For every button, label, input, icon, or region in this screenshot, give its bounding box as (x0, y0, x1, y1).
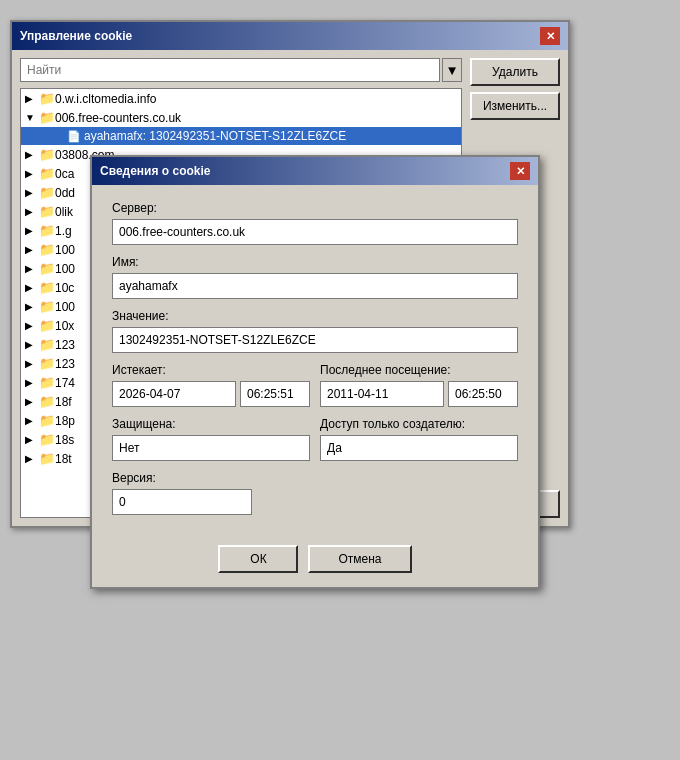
expires-group: Истекает: (112, 363, 310, 407)
last-visit-group: Последнее посещение: (320, 363, 518, 407)
name-input[interactable] (112, 273, 518, 299)
modal-title-bar: Сведения о cookie ✕ (92, 157, 538, 185)
modal-title: Сведения о cookie (100, 164, 211, 178)
cookie-details-dialog: Сведения о cookie ✕ Сервер: Имя: Значени… (90, 155, 540, 589)
last-visit-label: Последнее посещение: (320, 363, 518, 377)
protected-label: Защищена: (112, 417, 310, 431)
protected-group: Защищена: (112, 417, 310, 461)
value-input[interactable] (112, 327, 518, 353)
value-label: Значение: (112, 309, 518, 323)
ok-button[interactable]: ОК (218, 545, 298, 573)
version-label: Версия: (112, 471, 518, 485)
creator-only-input[interactable] (320, 435, 518, 461)
expires-date-input[interactable] (112, 381, 236, 407)
expires-time-input[interactable] (240, 381, 310, 407)
dates-row: Истекает: Последнее посещение: (112, 363, 518, 407)
protected-input[interactable] (112, 435, 310, 461)
modal-body: Сервер: Имя: Значение: Истекает: Последн… (92, 185, 538, 537)
security-row: Защищена: Доступ только создателю: (112, 417, 518, 461)
cancel-button[interactable]: Отмена (308, 545, 411, 573)
modal-footer: ОК Отмена (92, 537, 538, 587)
last-visit-date-input[interactable] (320, 381, 444, 407)
server-label: Сервер: (112, 201, 518, 215)
version-input[interactable] (112, 489, 252, 515)
server-input[interactable] (112, 219, 518, 245)
last-visit-time-input[interactable] (448, 381, 518, 407)
creator-only-group: Доступ только создателю: (320, 417, 518, 461)
modal-close-button[interactable]: ✕ (510, 162, 530, 180)
expires-label: Истекает: (112, 363, 310, 377)
creator-only-label: Доступ только создателю: (320, 417, 518, 431)
modal-overlay: Сведения о cookie ✕ Сервер: Имя: Значени… (0, 0, 680, 760)
name-label: Имя: (112, 255, 518, 269)
